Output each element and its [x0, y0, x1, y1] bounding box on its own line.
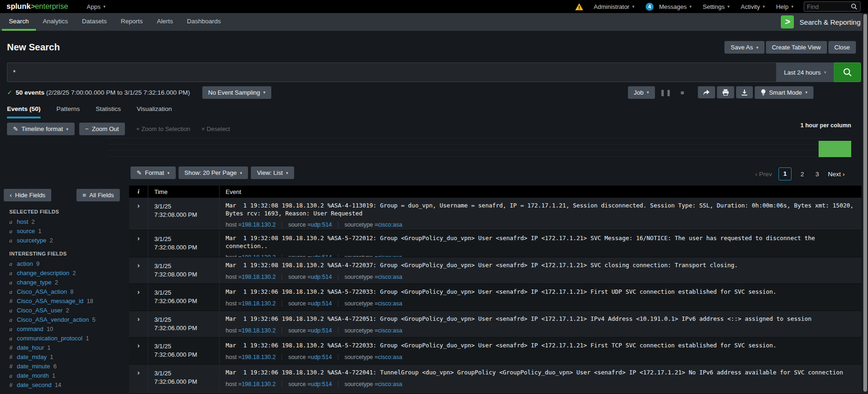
- create-table-view-button[interactable]: Create Table View: [766, 41, 827, 54]
- page-2-button[interactable]: 2: [798, 171, 806, 178]
- tab-events-50[interactable]: Events (50): [7, 105, 41, 118]
- expand-event-icon[interactable]: ›: [129, 230, 148, 257]
- expand-event-icon[interactable]: ›: [129, 338, 148, 364]
- field-date-second[interactable]: #date_second14: [0, 380, 129, 390]
- warning-icon[interactable]: [575, 3, 584, 11]
- tab-patterns[interactable]: Patterns: [56, 105, 80, 118]
- settings-menu[interactable]: Settings ▾: [697, 0, 736, 13]
- host-value[interactable]: 198.18.130.2: [241, 274, 276, 280]
- next-page-button[interactable]: Next ›: [828, 171, 845, 178]
- source-value[interactable]: udp:514: [311, 327, 332, 334]
- sourcetype-value[interactable]: cisco:asa: [378, 274, 402, 280]
- field-source[interactable]: asource1: [0, 227, 129, 236]
- field-cisco-asa-action[interactable]: aCisco_ASA_action8: [0, 287, 129, 297]
- field-cisco-asa-message-id[interactable]: #Cisco_ASA_message_id18: [0, 297, 129, 306]
- nav-item-search[interactable]: Search: [2, 13, 36, 31]
- save-as-button[interactable]: Save As ▾: [724, 41, 764, 54]
- field-change-description[interactable]: achange_description2: [0, 269, 129, 278]
- administrator-menu[interactable]: Administrator ▾: [588, 0, 640, 13]
- all-fields-button[interactable]: ≡ All Fields: [76, 189, 120, 201]
- sourcetype-value[interactable]: cisco:asa: [378, 327, 402, 334]
- timeline-scale-note: 1 hour per column: [800, 122, 851, 129]
- stop-job-icon[interactable]: ■: [677, 89, 688, 96]
- time-range-label: Last 24 hours: [784, 69, 821, 76]
- host-value[interactable]: 198.18.130.2: [241, 254, 276, 257]
- field-command[interactable]: acommand10: [0, 325, 129, 334]
- nav-item-alerts[interactable]: Alerts: [150, 13, 180, 31]
- field-date-mday[interactable]: #date_mday1: [0, 353, 129, 362]
- host-value[interactable]: 198.18.130.2: [241, 381, 276, 387]
- expand-event-icon[interactable]: ›: [129, 311, 148, 337]
- expand-event-icon[interactable]: ›: [129, 365, 148, 394]
- expand-event-icon[interactable]: ›: [129, 257, 148, 283]
- timeline-bar[interactable]: [819, 141, 851, 157]
- search-mode-button[interactable]: Smart Mode ▾: [755, 86, 813, 99]
- sourcetype-value[interactable]: cisco:asa: [378, 381, 402, 387]
- source-value[interactable]: udp:514: [311, 221, 332, 228]
- sourcetype-value[interactable]: cisco:asa: [378, 354, 402, 360]
- prev-page-button[interactable]: ‹ Prev: [755, 171, 772, 178]
- tab-visualization[interactable]: Visualization: [137, 105, 172, 118]
- find-input[interactable]: [807, 3, 851, 10]
- host-value[interactable]: 198.18.130.2: [241, 221, 276, 228]
- field-sourcetype[interactable]: asourcetype2: [0, 236, 129, 245]
- field-date-minute[interactable]: #date_minute6: [0, 362, 129, 371]
- field-cisco-asa-vendor-action[interactable]: aCisco_ASA_vendor_action5: [0, 315, 129, 325]
- timeline-format-button[interactable]: ✎ Timeline format ▾: [7, 123, 75, 135]
- search-query-input[interactable]: *: [7, 62, 776, 82]
- event-raw-text: Mar 1 19:32:08 198.18.130.2 %ASA-4-72203…: [226, 262, 855, 270]
- nav-item-analytics[interactable]: Analytics: [36, 13, 75, 31]
- field-date-hour[interactable]: #date_hour1: [0, 343, 129, 353]
- source-value[interactable]: udp:514: [311, 381, 332, 387]
- activity-menu[interactable]: Activity ▾: [735, 0, 771, 13]
- source-value[interactable]: udp:514: [311, 354, 332, 360]
- source-value[interactable]: udp:514: [311, 274, 332, 280]
- field-action[interactable]: aaction9: [0, 259, 129, 269]
- host-value[interactable]: 198.18.130.2: [241, 354, 276, 360]
- pause-job-icon[interactable]: ❚❚: [657, 89, 675, 96]
- field-communication-protocol[interactable]: acommunication_protocol1: [0, 334, 129, 343]
- help-menu[interactable]: Help ▾: [771, 0, 799, 13]
- nav-item-reports[interactable]: Reports: [114, 13, 150, 31]
- sourcetype-value[interactable]: cisco:asa: [378, 221, 402, 228]
- share-job-button[interactable]: [698, 86, 715, 98]
- sourcetype-value[interactable]: cisco:asa: [378, 300, 402, 307]
- source-value[interactable]: udp:514: [311, 300, 332, 307]
- export-button[interactable]: [736, 86, 753, 98]
- splunk-logo[interactable]: splunk>enterprise: [7, 2, 68, 11]
- zoom-to-selection-button[interactable]: + Zoom to Selection: [136, 125, 190, 132]
- expand-event-icon[interactable]: ›: [129, 198, 148, 230]
- close-button[interactable]: Close: [828, 41, 856, 54]
- field-change-type[interactable]: achange_type2: [0, 278, 129, 287]
- search-submit-button[interactable]: [834, 62, 861, 82]
- messages-menu[interactable]: 4 Messages ▾: [640, 0, 697, 13]
- deselect-button[interactable]: × Deselect: [201, 125, 230, 132]
- search-reporting-app-icon[interactable]: >: [781, 15, 794, 28]
- sourcetype-value[interactable]: cisco:asa: [378, 254, 402, 257]
- zoom-out-button[interactable]: − Zoom Out: [79, 123, 125, 135]
- find-search-box[interactable]: [804, 1, 861, 12]
- nav-item-dashboards[interactable]: Dashboards: [180, 13, 228, 31]
- page-3-button[interactable]: 3: [813, 171, 821, 178]
- apps-menu[interactable]: Apps ▾: [81, 0, 111, 13]
- page-1-button[interactable]: 1: [778, 167, 792, 180]
- source-value[interactable]: udp:514: [311, 254, 332, 257]
- field-cisco-asa-user[interactable]: aCisco_ASA_user2: [0, 306, 129, 315]
- time-range-picker[interactable]: Last 24 hours ▾: [776, 62, 834, 82]
- close-label: Close: [834, 44, 850, 51]
- tab-statistics[interactable]: Statistics: [96, 105, 121, 118]
- host-value[interactable]: 198.18.130.2: [241, 327, 276, 334]
- scrollbar-thumb[interactable]: [863, 14, 867, 392]
- view-mode-button[interactable]: View: List ▾: [251, 166, 294, 179]
- event-sampling-button[interactable]: No Event Sampling ▾: [202, 86, 272, 99]
- per-page-button[interactable]: Show: 20 Per Page ▾: [179, 166, 248, 179]
- hide-fields-button[interactable]: ‹ Hide Fields: [4, 189, 51, 201]
- field-host[interactable]: ahost2: [0, 217, 129, 227]
- host-value[interactable]: 198.18.130.2: [241, 300, 276, 307]
- job-menu-button[interactable]: Job ▾: [628, 86, 655, 99]
- expand-event-icon[interactable]: ›: [129, 284, 148, 311]
- field-date-month[interactable]: adate_month1: [0, 371, 129, 380]
- nav-item-datasets[interactable]: Datasets: [75, 13, 114, 31]
- format-results-button[interactable]: ✎ Format ▾: [131, 166, 176, 179]
- print-button[interactable]: [717, 86, 734, 98]
